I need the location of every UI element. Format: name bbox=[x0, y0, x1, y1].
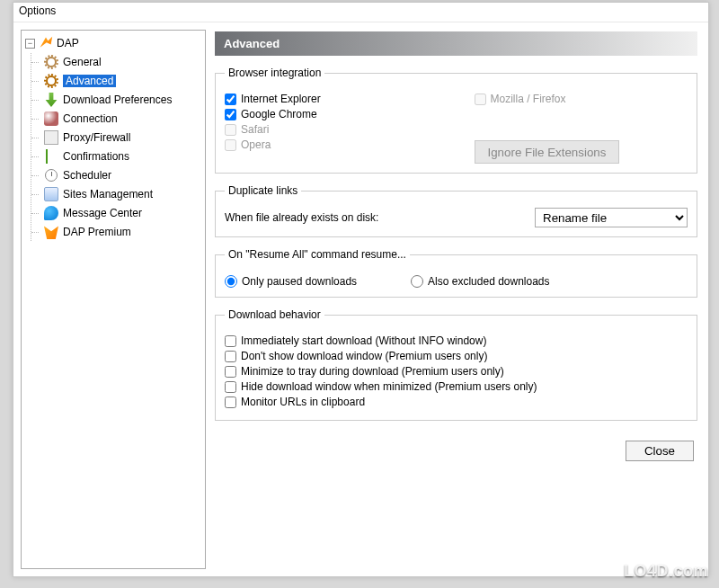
checkbox-label: Minimize to tray during download (Premiu… bbox=[241, 365, 504, 378]
radio-label: Only paused downloads bbox=[242, 275, 357, 288]
checkbox-label: Internet Explorer bbox=[241, 93, 321, 105]
checkbox-safari: Safari bbox=[225, 123, 439, 136]
checkbox-label: Safari bbox=[241, 123, 269, 136]
radio-also-excluded[interactable]: Also excluded downloads bbox=[411, 275, 549, 288]
ignore-extensions-button[interactable]: Ignore File Extensions bbox=[475, 140, 620, 164]
checkbox-mozilla: Mozilla / Firefox bbox=[475, 93, 688, 105]
checkbox-input[interactable] bbox=[225, 366, 236, 378]
sidebar-item-label: Advanced bbox=[63, 75, 116, 87]
gear-icon bbox=[46, 57, 57, 67]
firewall-icon bbox=[44, 130, 58, 145]
sidebar-item-label: Scheduler bbox=[63, 169, 111, 182]
checkbox-mozilla-input bbox=[475, 94, 486, 105]
sidebar-item-label: Proxy/Firewall bbox=[63, 131, 130, 144]
message-icon bbox=[44, 206, 58, 220]
options-tree: − DAP General Advanced Download Preferen… bbox=[21, 30, 206, 569]
sidebar-item-message-center[interactable]: Message Center bbox=[40, 204, 203, 222]
check-icon bbox=[46, 149, 48, 164]
checkbox-opera: Opera bbox=[225, 138, 439, 151]
window-titlebar: Options bbox=[13, 3, 708, 22]
checkbox-chrome[interactable]: Google Chrome bbox=[225, 108, 439, 120]
download-icon bbox=[44, 93, 58, 107]
group-legend: Download behavior bbox=[225, 308, 324, 321]
group-browser-integration: Browser integration Internet Explorer Go… bbox=[215, 67, 697, 174]
sidebar-item-label: Confirmations bbox=[63, 150, 129, 163]
sidebar-item-label: Sites Management bbox=[63, 188, 153, 200]
checkbox-input[interactable] bbox=[225, 396, 236, 408]
sidebar-item-advanced[interactable]: Advanced bbox=[40, 72, 203, 90]
checkbox-input[interactable] bbox=[225, 381, 236, 393]
sidebar-item-connection[interactable]: Connection bbox=[40, 110, 203, 128]
clock-icon bbox=[45, 169, 58, 182]
sidebar-item-sites-management[interactable]: Sites Management bbox=[40, 185, 203, 203]
dap-icon bbox=[39, 36, 53, 50]
sidebar-item-proxy-firewall[interactable]: Proxy/Firewall bbox=[40, 129, 203, 147]
checkbox-label: Google Chrome bbox=[241, 108, 317, 120]
radio-label: Also excluded downloads bbox=[428, 275, 549, 288]
checkbox-input[interactable] bbox=[225, 351, 236, 362]
duplicate-label: When file already exists on disk: bbox=[225, 211, 378, 224]
sites-icon bbox=[44, 187, 58, 201]
tree-root-label: DAP bbox=[57, 37, 79, 49]
checkbox-chrome-input[interactable] bbox=[225, 109, 236, 120]
close-button[interactable]: Close bbox=[626, 441, 694, 461]
checkbox-hide-download-window[interactable]: Don't show download window (Premium user… bbox=[225, 350, 688, 362]
sidebar-item-dap-premium[interactable]: DAP Premium bbox=[40, 223, 203, 241]
tree-collapse-icon[interactable]: − bbox=[25, 39, 35, 49]
sidebar-item-general[interactable]: General bbox=[40, 53, 203, 71]
group-legend: Duplicate links bbox=[225, 184, 301, 197]
group-resume-all: On "Resume All" command resume... Only p… bbox=[215, 248, 697, 298]
checkbox-opera-input bbox=[225, 139, 236, 151]
options-window: Options − DAP General Advanced bbox=[13, 2, 709, 577]
checkbox-immediate-start[interactable]: Immediately start download (Without INFO… bbox=[225, 334, 688, 347]
checkbox-label: Mozilla / Firefox bbox=[491, 93, 566, 105]
sidebar-item-label: Download Preferences bbox=[63, 94, 172, 106]
sidebar-item-label: Message Center bbox=[63, 207, 142, 219]
checkbox-label: Opera bbox=[241, 138, 271, 151]
window-title: Options bbox=[19, 4, 56, 17]
sidebar-item-label: General bbox=[63, 56, 102, 68]
sidebar-item-label: DAP Premium bbox=[63, 226, 131, 238]
group-legend: On "Resume All" command resume... bbox=[225, 248, 410, 261]
sidebar-item-label: Connection bbox=[63, 112, 118, 125]
panel-title: Advanced bbox=[215, 31, 697, 56]
checkbox-minimize-to-tray[interactable]: Minimize to tray during download (Premiu… bbox=[225, 365, 688, 378]
gear-icon bbox=[46, 76, 57, 86]
group-legend: Browser integration bbox=[225, 67, 324, 79]
checkbox-input[interactable] bbox=[225, 335, 236, 347]
sidebar-item-download-preferences[interactable]: Download Preferences bbox=[40, 91, 203, 109]
checkbox-label: Don't show download window (Premium user… bbox=[241, 350, 487, 362]
tree-root-dap[interactable]: − DAP bbox=[23, 34, 203, 52]
checkbox-label: Immediately start download (Without INFO… bbox=[241, 334, 486, 347]
sidebar-item-scheduler[interactable]: Scheduler bbox=[40, 166, 203, 184]
checkbox-ie[interactable]: Internet Explorer bbox=[225, 93, 439, 105]
checkbox-label: Hide download window when minimized (Pre… bbox=[241, 380, 537, 393]
options-content: Advanced Browser integration Internet Ex… bbox=[209, 22, 708, 576]
checkbox-ie-input[interactable] bbox=[225, 94, 236, 105]
sidebar-item-confirmations[interactable]: Confirmations bbox=[40, 147, 203, 165]
connection-icon bbox=[44, 111, 58, 126]
checkbox-hide-when-minimized[interactable]: Hide download window when minimized (Pre… bbox=[225, 380, 688, 393]
checkbox-safari-input bbox=[225, 124, 236, 136]
radio-only-paused[interactable]: Only paused downloads bbox=[225, 275, 357, 288]
radio-also-excluded-input[interactable] bbox=[411, 275, 423, 288]
checkbox-label: Monitor URLs in clipboard bbox=[241, 396, 365, 408]
premium-icon bbox=[44, 225, 58, 239]
radio-only-paused-input[interactable] bbox=[225, 275, 237, 288]
group-duplicate-links: Duplicate links When file already exists… bbox=[215, 184, 697, 237]
group-download-behavior: Download behavior Immediately start down… bbox=[215, 308, 697, 421]
checkbox-monitor-clipboard[interactable]: Monitor URLs in clipboard bbox=[225, 396, 688, 408]
duplicate-action-select[interactable]: Rename file bbox=[535, 208, 688, 227]
